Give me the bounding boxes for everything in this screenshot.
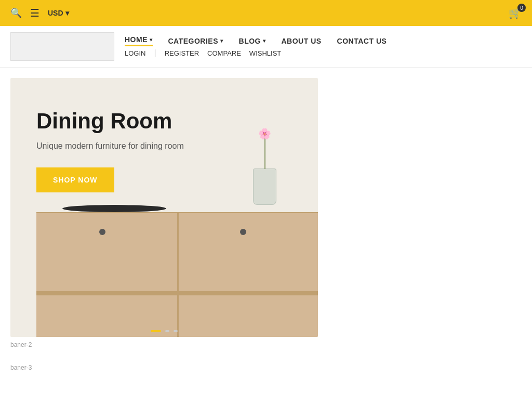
cabinet (36, 212, 318, 337)
nav-wishlist-link[interactable]: WISHLIST (249, 49, 281, 57)
tray-decoration (62, 205, 166, 212)
cabinet-handle-right (240, 229, 246, 235)
banner-subtitle: Unique modern furniture for dining room (36, 141, 184, 151)
slider-dots (151, 330, 178, 332)
banner-text: Dining Room Unique modern furniture for … (36, 109, 184, 192)
nav-bar: HOME ▾ CATEGORIES ▾ BLOG ▾ ABOUT US CONT… (0, 26, 532, 68)
vase: 🌸 (253, 168, 276, 205)
nav-home-chevron-icon: ▾ (150, 37, 153, 43)
search-button[interactable]: 🔍 (10, 7, 22, 19)
cart-button[interactable]: 🛒 0 (509, 7, 522, 19)
nav-blog-label: BLOG (239, 37, 261, 45)
banner-title: Dining Room (36, 109, 184, 133)
cart-badge: 0 (517, 4, 526, 12)
logo[interactable] (10, 32, 114, 61)
baner2-label: baner-2 (10, 341, 522, 348)
shop-now-button[interactable]: SHOP NOW (36, 167, 114, 192)
nav-main: HOME ▾ CATEGORIES ▾ BLOG ▾ ABOUT US CONT… (125, 35, 522, 58)
search-icon: 🔍 (10, 8, 22, 18)
nav-row-2: LOGIN | REGISTER COMPARE WISHLIST (125, 48, 522, 58)
slider-dot-3[interactable] (174, 330, 178, 332)
nav-item-blog[interactable]: BLOG ▾ (239, 37, 266, 45)
currency-chevron-icon: ▾ (65, 9, 69, 17)
nav-login-link[interactable]: LOGIN (125, 49, 145, 57)
main-content: Dining Room Unique modern furniture for … (0, 68, 532, 371)
nav-about-label: ABOUT US (281, 37, 321, 45)
banner: Dining Room Unique modern furniture for … (10, 78, 318, 337)
nav-home-label: HOME (125, 35, 148, 44)
currency-selector[interactable]: USD ▾ (48, 9, 69, 17)
nav-categories-chevron-icon: ▾ (220, 38, 223, 44)
nav-categories-label: CATEGORIES (168, 37, 219, 45)
nav-contact-label: CONTACT US (337, 37, 387, 45)
nav-item-home[interactable]: HOME ▾ (125, 35, 153, 46)
nav-item-categories[interactable]: CATEGORIES ▾ (168, 37, 223, 45)
menu-button[interactable]: ☰ (30, 7, 39, 19)
flower-decoration: 🌸 (258, 127, 271, 140)
nav-blog-chevron-icon: ▾ (263, 38, 266, 44)
top-bar: 🔍 ☰ USD ▾ 🛒 0 (0, 0, 532, 26)
nav-row-1: HOME ▾ CATEGORIES ▾ BLOG ▾ ABOUT US CONT… (125, 35, 522, 48)
cabinet-handle-left (99, 229, 105, 235)
hamburger-icon: ☰ (30, 7, 39, 19)
vase-decoration: 🌸 (253, 168, 276, 205)
nav-divider-1: | (154, 48, 156, 58)
cabinet-divider (177, 213, 179, 337)
nav-item-about[interactable]: ABOUT US (281, 37, 321, 45)
top-bar-left: 🔍 ☰ USD ▾ (10, 7, 69, 19)
banner-image: 🌸 (10, 171, 318, 337)
currency-label: USD (48, 9, 63, 17)
top-bar-right: 🛒 0 (509, 7, 522, 19)
nav-compare-link[interactable]: COMPARE (207, 49, 241, 57)
logo-area (10, 32, 114, 61)
nav-item-contact[interactable]: CONTACT US (337, 37, 387, 45)
nav-register-link[interactable]: REGISTER (165, 49, 199, 57)
slider-dot-1[interactable] (151, 330, 161, 332)
baner3-label: baner-3 (10, 364, 522, 371)
slider-dot-2[interactable] (165, 330, 169, 332)
vase-stem (264, 138, 265, 169)
